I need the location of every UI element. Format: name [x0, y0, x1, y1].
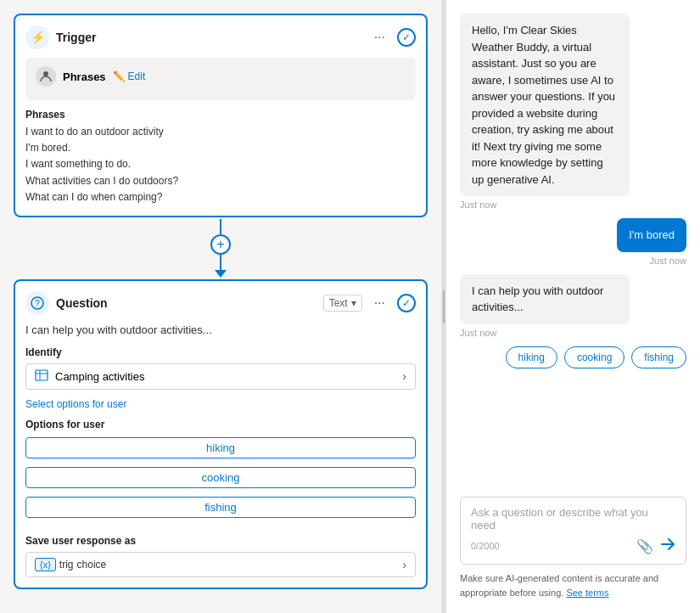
- disclaimer: Make sure AI-generated content is accura…: [460, 571, 686, 599]
- right-panel: Hello, I'm Clear Skies Weather Buddy, a …: [446, 0, 700, 613]
- save-response-label: Save user response as: [25, 535, 416, 547]
- trigger-title: Trigger: [56, 31, 96, 44]
- panel-divider: [441, 0, 446, 613]
- phrases-inner-header: Phrases ✏️ Edit: [36, 66, 406, 87]
- svg-text:?: ?: [35, 299, 40, 308]
- identify-box[interactable]: Camping activities ›: [25, 363, 416, 390]
- chat-input-area: Ask a question or describe what you need…: [460, 497, 686, 565]
- phrases-section: Phrases I want to do an outdoor activity…: [25, 109, 416, 205]
- question-icon: ?: [25, 291, 49, 315]
- identify-box-left: Camping activities: [35, 369, 145, 384]
- option-cooking[interactable]: cooking: [25, 467, 416, 488]
- chat-messages: Hello, I'm Clear Skies Weather Buddy, a …: [460, 14, 686, 486]
- chat-time-2: Just now: [650, 256, 686, 266]
- chat-input-icons: 📎: [636, 537, 675, 555]
- var-trig: trig: [59, 559, 74, 571]
- identify-label: Identify: [25, 346, 416, 358]
- table-icon: [35, 369, 48, 384]
- question-text-badge[interactable]: Text ▾: [323, 295, 362, 312]
- identify-chevron-icon: ›: [402, 369, 406, 383]
- chat-option-fishing[interactable]: fishing: [631, 346, 686, 368]
- var-choice: choice: [77, 559, 107, 571]
- user-bubble-group-1: I'm bored Just now: [460, 218, 686, 266]
- options-label: Options for user: [25, 419, 416, 430]
- chat-options-row: hiking cooking fishing: [460, 346, 686, 368]
- chat-input-footer: 0/2000 📎: [471, 537, 675, 555]
- trigger-card-header: ⚡ Trigger ··· ✓: [25, 25, 416, 49]
- phrases-inner-box: Phrases ✏️ Edit: [25, 58, 416, 100]
- edit-pencil-icon: ✏️: [113, 70, 126, 82]
- phrase-5: What can I do when camping?: [25, 189, 416, 205]
- question-title: Question: [56, 296, 108, 310]
- send-icon-button[interactable]: [660, 537, 675, 555]
- add-step-button[interactable]: +: [210, 234, 231, 255]
- left-panel: ⚡ Trigger ··· ✓ Phrases: [0, 0, 441, 613]
- connector-line-bottom: [220, 255, 221, 270]
- save-response-box[interactable]: {x} trig choice ›: [25, 552, 416, 577]
- trigger-menu-button[interactable]: ···: [369, 28, 390, 47]
- var-badge: {x}: [35, 558, 56, 571]
- edit-phrases-link[interactable]: ✏️ Edit: [113, 70, 146, 82]
- question-card-header: ? Question Text ▾ ··· ✓: [25, 291, 416, 315]
- question-check-icon: ✓: [397, 294, 416, 312]
- save-response-left: {x} trig choice: [35, 558, 106, 571]
- question-card: ? Question Text ▾ ··· ✓ I can help you w…: [14, 279, 428, 589]
- trigger-card: ⚡ Trigger ··· ✓ Phrases: [14, 14, 428, 217]
- connector-line-top: [220, 219, 221, 234]
- phrase-2: I'm bored.: [25, 140, 416, 156]
- select-options-link[interactable]: Select options for user: [25, 398, 416, 410]
- phrases-label: Phrases: [25, 109, 416, 121]
- bot-message-1: Hello, I'm Clear Skies Weather Buddy, a …: [460, 14, 630, 196]
- phrase-3: I want something to do.: [25, 156, 416, 172]
- var-x: {x}: [40, 560, 51, 570]
- question-message: I can help you with outdoor activities..…: [25, 323, 416, 336]
- save-response-chevron-icon: ›: [402, 558, 406, 571]
- question-menu-button[interactable]: ···: [369, 294, 390, 312]
- option-hiking[interactable]: hiking: [25, 437, 416, 458]
- chat-input-placeholder: Ask a question or describe what you need: [471, 506, 675, 531]
- phrase-4: What activities can I do outdoors?: [25, 173, 416, 189]
- see-terms-link[interactable]: See terms: [566, 588, 608, 598]
- question-menu: Text ▾ ··· ✓: [323, 294, 416, 312]
- chat-time-1: Just now: [460, 200, 496, 210]
- user-message-1: I'm bored: [617, 218, 686, 252]
- trigger-check-icon: ✓: [397, 28, 416, 47]
- options-list: hiking cooking fishing: [25, 437, 416, 523]
- attach-icon-button[interactable]: 📎: [636, 538, 653, 554]
- chevron-down-icon: ▾: [351, 297, 356, 309]
- bot-message-2: I can help you with outdoor activities..…: [460, 274, 630, 324]
- char-count: 0/2000: [471, 541, 500, 551]
- chat-option-hiking[interactable]: hiking: [506, 346, 557, 368]
- chat-option-cooking[interactable]: cooking: [564, 346, 624, 368]
- svg-rect-3: [36, 370, 48, 380]
- bot-bubble-group-1: Hello, I'm Clear Skies Weather Buddy, a …: [460, 14, 686, 210]
- svg-point-0: [43, 71, 48, 76]
- chat-time-3: Just now: [460, 328, 496, 338]
- trigger-header-left: ⚡ Trigger: [25, 25, 96, 49]
- phrases-user-icon: [36, 66, 56, 87]
- connector: +: [14, 219, 428, 278]
- phrase-1: I want to do an outdoor activity: [25, 124, 416, 140]
- trigger-menu: ··· ✓: [369, 28, 416, 47]
- question-header-left: ? Question: [25, 291, 108, 315]
- phrases-inner-title: Phrases: [63, 70, 106, 83]
- bot-bubble-group-2: I can help you with outdoor activities..…: [460, 274, 686, 338]
- trigger-icon: ⚡: [25, 25, 49, 49]
- option-fishing[interactable]: fishing: [25, 497, 416, 518]
- connector-arrow-icon: [215, 270, 227, 278]
